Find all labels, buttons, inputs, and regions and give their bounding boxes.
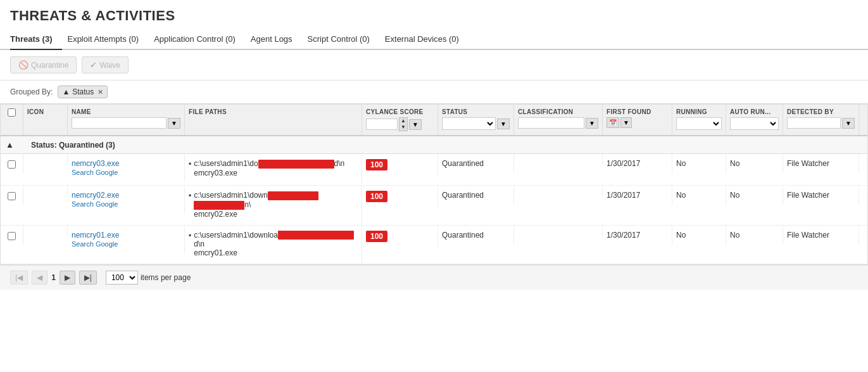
tab-agentlogs[interactable]: Agent Logs	[251, 29, 303, 49]
classification-filter-input[interactable]	[518, 117, 584, 129]
row3-status: Quarantined	[438, 226, 514, 245]
group-by-bar: Grouped By: ▲ Status ✕	[0, 80, 868, 104]
row2-redacted1	[268, 191, 318, 200]
th-score: CYLANCE SCORE ▲ ▼ ▼	[362, 105, 438, 135]
pagination-bar: |◀ ◀ 1 ▶ ▶| 100 50 25 items per page	[0, 265, 868, 290]
group-collapse-icon[interactable]: ▲	[6, 140, 28, 150]
detectedby-filter-input[interactable]	[787, 117, 841, 129]
tab-externaldevices[interactable]: External Devices (0)	[385, 29, 469, 49]
row3-score: 100	[362, 226, 438, 247]
row2-status: Quarantined	[438, 186, 514, 205]
current-page: 1	[51, 273, 56, 282]
th-autorun: AUTO RUN...	[726, 105, 783, 135]
row1-select[interactable]	[8, 160, 16, 169]
row3-detectedby: File Watcher	[783, 226, 859, 245]
group-tag-label: Status	[72, 87, 94, 96]
row1-autorun: No	[726, 154, 783, 173]
th-classification: CLASSIFICATION ▼	[514, 105, 603, 135]
page-title: THREATS & ACTIVITIES	[0, 0, 868, 29]
row3-redacted	[278, 231, 354, 240]
group-status-tag[interactable]: ▲ Status ✕	[58, 86, 108, 98]
row2-running: No	[672, 186, 726, 205]
row1-score-badge: 100	[366, 159, 387, 170]
tab-scriptcontrol[interactable]: Script Control (0)	[308, 29, 380, 49]
row1-detectedby: File Watcher	[783, 154, 859, 173]
row2-redacted2	[194, 201, 244, 210]
tab-exploit[interactable]: Exploit Attempts (0)	[67, 29, 149, 49]
row2-classification	[514, 186, 603, 196]
quarantine-button[interactable]: 🚫 Quarantine	[10, 56, 77, 74]
th-status-label: STATUS	[442, 108, 510, 115]
score-filter-button[interactable]: ▼	[409, 119, 422, 130]
tab-appcontrol[interactable]: Application Control (0)	[154, 29, 246, 49]
row1-name-cell: nemcry03.exe Search Google	[68, 154, 185, 182]
row3-running: No	[672, 226, 726, 245]
row2-name-cell: nemcry02.exe Search Google	[68, 186, 185, 214]
row3-autorun: No	[726, 226, 783, 245]
next-page-button[interactable]: ▶	[60, 271, 75, 285]
firstfound-calendar-icon[interactable]: 📅	[607, 117, 619, 128]
row3-filepath-text: c:\users\admin1\download\n emcry01.exe	[194, 231, 358, 258]
last-page-button[interactable]: ▶|	[79, 271, 97, 285]
autorun-filter-select[interactable]	[730, 117, 779, 130]
th-detectedby-label: DETECTED BY	[787, 108, 855, 115]
waive-label: Waive	[99, 61, 120, 70]
items-per-page-select[interactable]: 100 50 25	[106, 271, 138, 285]
detectedby-filter-button[interactable]: ▼	[842, 118, 855, 129]
row3-search-google[interactable]: Search Google	[72, 240, 118, 248]
row1-filepath: • c:\users\admin1\dod\n emcry03.exe	[185, 154, 362, 184]
th-name: NAME ▼	[68, 105, 185, 135]
row2-icon	[23, 186, 68, 196]
waive-button[interactable]: ✔ Waive	[82, 56, 129, 74]
score-filter-input[interactable]	[366, 119, 398, 130]
th-actions	[859, 105, 868, 135]
name-filter-input[interactable]	[72, 117, 167, 129]
table-row: nemcry03.exe Search Google • c:\users\ad…	[1, 154, 867, 186]
table-header: ICON NAME ▼ FILE PATHS CYLANCE SCORE ▲ ▼…	[1, 105, 867, 136]
row2-threat-name[interactable]: nemcry02.exe	[72, 191, 180, 200]
running-filter-select[interactable]	[676, 117, 722, 130]
th-autorun-label: AUTO RUN...	[730, 108, 779, 115]
th-running-label: RUNNING	[676, 108, 722, 115]
score-down-arrow[interactable]: ▼	[399, 124, 407, 131]
row3-name-cell: nemcry01.exe Search Google	[68, 226, 185, 253]
group-tag-remove[interactable]: ✕	[97, 88, 103, 96]
row1-icon	[23, 154, 68, 164]
th-status: STATUS ▼	[438, 105, 514, 135]
row1-classification	[514, 154, 603, 164]
row2-score: 100	[362, 186, 438, 207]
row2-search-google[interactable]: Search Google	[72, 200, 118, 208]
first-page-button[interactable]: |◀	[10, 271, 28, 285]
row3-classification	[514, 226, 603, 236]
th-running: RUNNING	[672, 105, 726, 135]
row3-firstfound: 1/30/2017	[603, 226, 672, 245]
status-filter-select[interactable]	[442, 117, 496, 130]
table-row: nemcry02.exe Search Google • c:\users\ad…	[1, 186, 867, 226]
items-per-page-label: items per page	[141, 273, 191, 282]
th-firstfound: FIRST FOUND 📅 ▼	[603, 105, 672, 135]
row3-checkbox	[1, 226, 23, 245]
toolbar: 🚫 Quarantine ✔ Waive	[0, 50, 868, 80]
row1-firstfound: 1/30/2017	[603, 154, 672, 173]
th-filepath: FILE PATHS	[185, 105, 362, 135]
tab-threats[interactable]: Threats (3)	[10, 29, 62, 50]
row1-running: No	[672, 154, 726, 173]
row2-actions	[859, 186, 868, 196]
grouped-by-label: Grouped By:	[10, 87, 53, 96]
select-all-checkbox[interactable]	[4, 108, 19, 117]
row1-threat-name[interactable]: nemcry03.exe	[72, 159, 180, 168]
score-up-arrow[interactable]: ▲	[399, 118, 407, 124]
row3-select[interactable]	[8, 232, 16, 240]
row1-search-google[interactable]: Search Google	[72, 169, 118, 176]
prev-page-button[interactable]: ◀	[32, 271, 47, 285]
name-filter-button[interactable]: ▼	[168, 118, 180, 129]
status-filter-button[interactable]: ▼	[497, 119, 510, 129]
row3-filepath: • c:\users\admin1\download\n emcry01.exe	[185, 226, 362, 264]
threats-table: ICON NAME ▼ FILE PATHS CYLANCE SCORE ▲ ▼…	[0, 104, 868, 265]
row2-autorun: No	[726, 186, 783, 205]
firstfound-filter-button[interactable]: ▼	[620, 117, 632, 128]
row2-select[interactable]	[8, 192, 16, 200]
th-firstfound-label: FIRST FOUND	[607, 108, 668, 115]
classification-filter-button[interactable]: ▼	[586, 118, 598, 129]
row3-threat-name[interactable]: nemcry01.exe	[72, 231, 180, 240]
